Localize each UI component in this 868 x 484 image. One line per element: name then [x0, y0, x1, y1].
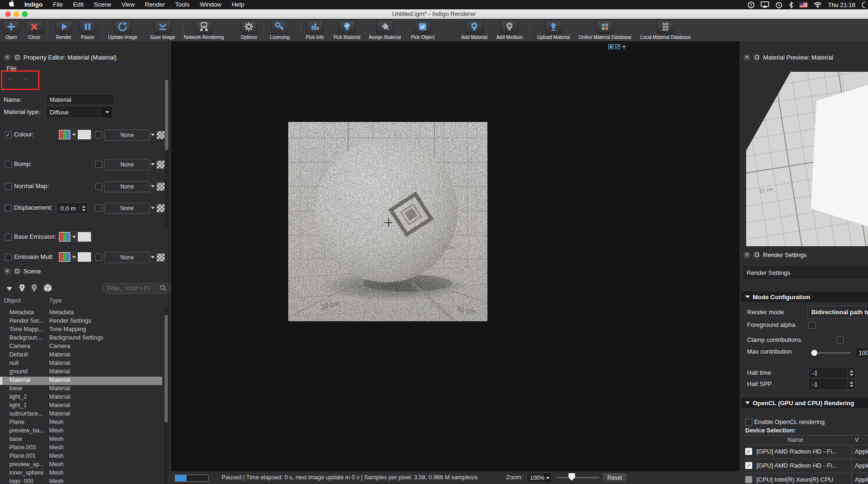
toolbar-button-options[interactable]: Options: [240, 21, 257, 40]
spinner-arrows-icon[interactable]: [847, 367, 855, 378]
mode-configuration-section[interactable]: Mode Configuration: [741, 292, 868, 302]
toolbar-button-pause[interactable]: Pause: [79, 21, 96, 40]
spinner-arrows-icon[interactable]: [847, 378, 855, 390]
bump-texture-dropdown[interactable]: None: [104, 159, 150, 170]
halt-time-spinner[interactable]: -1: [808, 367, 856, 379]
displacement-texture-dropdown[interactable]: None: [104, 203, 150, 214]
panel-float-icon[interactable]: [753, 251, 760, 258]
chevron-down-icon[interactable]: [151, 185, 155, 188]
tree-row[interactable]: logo_000Mesh: [0, 478, 162, 484]
toolbar-button-assign-material[interactable]: Assign Material: [369, 21, 401, 40]
texture-checker-icon[interactable]: [157, 131, 165, 139]
bump-checkbox[interactable]: [5, 161, 12, 168]
displacement-spinner[interactable]: 0.0 m: [56, 202, 88, 214]
expand-tree-icon[interactable]: [7, 287, 12, 291]
menu-edit[interactable]: Edit: [68, 0, 89, 9]
add-material-pin-icon[interactable]: [18, 283, 26, 294]
tree-row[interactable]: inner_sphereMesh: [0, 469, 162, 478]
tree-row[interactable]: baseMaterial: [0, 385, 162, 393]
render-view-add-icon[interactable]: [621, 44, 627, 49]
normal-map-checkbox[interactable]: [5, 183, 12, 190]
toolbar-button-licensing[interactable]: Licensing: [270, 21, 290, 40]
emission-mult-texture-checkbox[interactable]: [95, 254, 102, 261]
chevron-down-icon[interactable]: [151, 256, 155, 258]
history-back-icon[interactable]: ←: [7, 74, 14, 82]
emission-mult-checkbox[interactable]: [5, 254, 12, 261]
colour-texture-dropdown[interactable]: None: [104, 129, 150, 141]
render-canvas-area[interactable]: 10 cm 10 cm 0 cm Paused | Time elapsed: …: [171, 41, 740, 484]
tree-row[interactable]: Tone Mapp...Tone Mapping: [0, 326, 162, 334]
device-checkbox[interactable]: [745, 476, 752, 483]
toolbar-button-pick-object[interactable]: Pick Object: [411, 21, 435, 40]
tree-row[interactable]: DefaultMaterial: [0, 351, 162, 360]
property-editor-scrollbar[interactable]: [165, 79, 169, 229]
scene-tree-scrollbar[interactable]: [164, 306, 168, 484]
normal-map-texture-checkbox[interactable]: [95, 183, 102, 190]
menu-window[interactable]: Window: [195, 0, 226, 9]
tree-row[interactable]: Backgroun...Background Settings: [0, 334, 162, 343]
toolbar-button-add-medium[interactable]: Add Medium: [496, 21, 523, 40]
texture-checker-icon[interactable]: [157, 182, 165, 191]
panel-float-icon[interactable]: [753, 54, 760, 61]
colour-picker-widget[interactable]: [56, 128, 94, 142]
displacement-texture-checkbox[interactable]: [95, 204, 102, 212]
scene-column-object[interactable]: Object: [4, 297, 21, 304]
opencl-section[interactable]: OpenCL (GPU and CPU) Rendering: [741, 398, 868, 408]
device-checkbox-checked[interactable]: ✓: [745, 462, 752, 469]
material-type-dropdown[interactable]: Diffuse: [46, 106, 112, 118]
menu-tools[interactable]: Tools: [170, 0, 195, 9]
airplay-display-icon[interactable]: [761, 1, 769, 8]
spinner-arrows-icon[interactable]: [80, 203, 88, 214]
time-machine-icon[interactable]: [775, 1, 783, 8]
colour-texture-checkbox[interactable]: [95, 131, 102, 138]
keyboard-layout-flag-icon[interactable]: [800, 2, 808, 8]
menu-bar-clock[interactable]: Thu 21:18: [828, 1, 855, 8]
toolbar-button-save-image[interactable]: Save Image: [150, 21, 175, 40]
tree-row[interactable]: Plane.003Mesh: [0, 444, 162, 453]
emission-mult-texture-dropdown[interactable]: None: [104, 252, 150, 263]
toolbar-button-add-material[interactable]: Add Material: [461, 21, 487, 40]
toolbar-button-local-material-database[interactable]: Local Material Database: [640, 21, 691, 40]
menu-render[interactable]: Render: [140, 0, 170, 9]
menu-scene[interactable]: Scene: [89, 0, 116, 9]
tree-row[interactable]: light_2Material: [0, 393, 162, 402]
tree-row[interactable]: nullMaterial: [0, 360, 162, 368]
chevron-down-icon[interactable]: [151, 134, 155, 136]
history-forward-icon[interactable]: →: [22, 74, 29, 82]
bump-texture-checkbox[interactable]: [95, 161, 102, 168]
panel-close-icon[interactable]: ✕: [743, 251, 750, 258]
toolbar-button-close[interactable]: Close: [26, 21, 43, 40]
panel-float-icon[interactable]: [14, 54, 21, 61]
menu-file[interactable]: File: [48, 0, 68, 9]
base-emission-picker-widget[interactable]: [56, 230, 94, 244]
toolbar-button-pick-material[interactable]: Pick Material: [333, 21, 360, 40]
menu-view[interactable]: View: [116, 0, 140, 9]
zoom-level-dropdown[interactable]: 100%: [526, 473, 552, 483]
render-view-tile-icon[interactable]: [608, 44, 614, 49]
menu-indigo[interactable]: Indigo: [19, 0, 48, 9]
tree-row[interactable]: subsurface...Material: [0, 410, 162, 419]
toolbar-button-online-material-database[interactable]: Online Material Database: [579, 21, 632, 40]
zoom-reset-button[interactable]: Reset: [602, 473, 627, 483]
wifi-icon[interactable]: [814, 2, 822, 8]
toolbar-button-upload-material[interactable]: Upload Material: [537, 21, 570, 40]
tree-row[interactable]: MetadataMetadata: [0, 309, 162, 318]
panel-float-icon[interactable]: [14, 268, 21, 275]
apple-menu-icon[interactable]: [0, 0, 19, 10]
toolbar-button-pick-info[interactable]: Pick Info: [306, 21, 324, 40]
texture-checker-icon[interactable]: [157, 160, 165, 169]
status-circle-icon[interactable]: [748, 1, 755, 8]
tree-row[interactable]: preview_sp...Mesh: [0, 461, 162, 469]
texture-checker-icon[interactable]: [157, 253, 165, 262]
tree-row[interactable]: Plane.001Mesh: [0, 453, 162, 461]
material-preview-image[interactable]: 10 cm: [746, 72, 868, 246]
colour-checkbox[interactable]: ✓: [5, 131, 12, 138]
tree-row[interactable]: preview_ba...Mesh: [0, 427, 162, 436]
scene-filter-input[interactable]: [106, 285, 160, 292]
toolbar-button-open[interactable]: Open: [3, 21, 20, 40]
device-table-name-header[interactable]: Name: [740, 437, 851, 443]
render-settings-selector[interactable]: Render Settings: [743, 266, 868, 279]
panel-close-icon[interactable]: ✕: [4, 54, 11, 61]
tree-row-selected[interactable]: MaterialMaterial: [0, 377, 162, 385]
halt-spp-spinner[interactable]: -1: [808, 378, 856, 390]
